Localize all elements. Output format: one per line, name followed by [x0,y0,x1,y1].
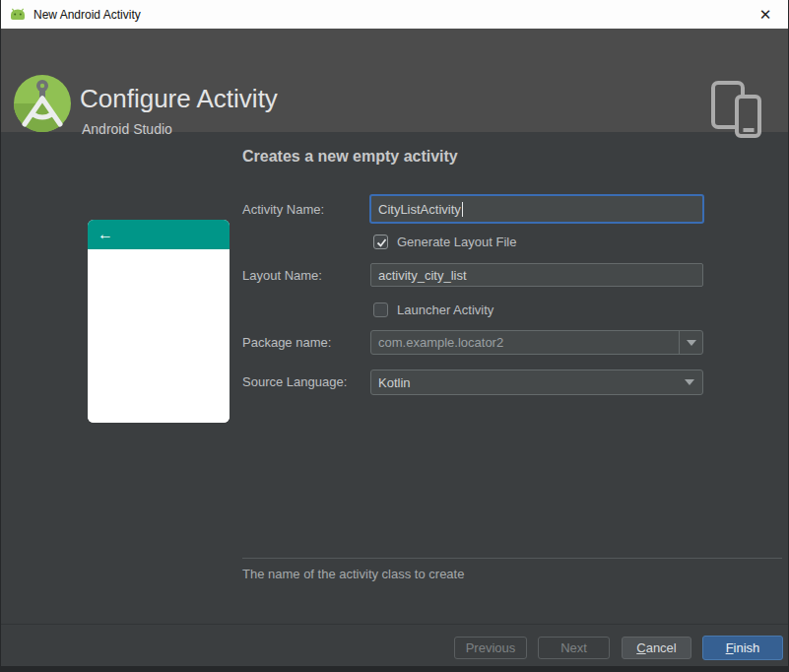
page-title: Configure Activity [80,84,278,114]
android-studio-logo [12,73,73,134]
activity-name-value: CityListActivity [378,202,461,217]
generate-layout-checkbox[interactable] [373,235,388,249]
wizard-header: Configure Activity Android Studio [1,29,788,132]
launcher-activity-checkbox-row[interactable]: Launcher Activity [373,302,493,317]
form-heading: Creates a new empty activity [242,148,458,166]
phone-icon [735,95,761,138]
launcher-activity-checkbox[interactable] [373,302,388,317]
package-name-dropdown-button[interactable] [679,331,702,354]
chevron-down-icon [685,379,694,385]
package-name-label: Package name: [242,335,331,350]
generate-layout-checkbox-row[interactable]: Generate Layout File [373,235,516,249]
footer-separator [1,624,788,625]
cancel-button[interactable]: Cancel [622,637,691,659]
window-bottom-edge [1,666,788,671]
launcher-activity-label: Launcher Activity [397,302,493,317]
checkmark-icon [375,236,388,249]
text-caret [462,202,463,217]
window-title: New Android Activity [33,8,141,22]
hint-separator [242,558,782,559]
preview-content [88,249,230,423]
layout-name-value: activity_city_list [378,268,467,283]
source-language-label: Source Language: [242,374,347,389]
next-button[interactable]: Next [538,637,610,659]
back-arrow-icon: ← [98,227,113,242]
finish-button[interactable]: Finish [702,636,783,660]
activity-name-label: Activity Name: [242,202,324,217]
phone-tablet-icon [711,78,770,143]
new-android-activity-dialog: New Android Activity ✕ Configure Activit… [0,0,789,672]
source-language-dropdown[interactable]: Kotlin [370,370,703,395]
page-subtitle: Android Studio [82,121,172,137]
source-language-arrow[interactable] [677,370,702,394]
source-language-value: Kotlin [371,375,677,390]
previous-button[interactable]: Previous [454,637,527,659]
layout-name-label: Layout Name: [242,268,322,283]
android-head-icon [9,8,27,22]
activity-name-input[interactable]: CityListActivity [369,194,704,224]
chevron-down-icon [687,340,696,346]
package-name-combobox[interactable]: com.example.locator2 [370,330,703,355]
generate-layout-label: Generate Layout File [397,235,516,249]
activity-preview-thumbnail: ← [88,220,230,423]
package-name-value: com.example.locator2 [371,335,679,350]
close-icon[interactable]: ✕ [751,0,780,29]
preview-appbar: ← [88,220,230,249]
layout-name-input[interactable]: activity_city_list [370,263,703,287]
title-bar: New Android Activity ✕ [1,0,788,29]
field-hint-text: The name of the activity class to create [242,567,464,581]
